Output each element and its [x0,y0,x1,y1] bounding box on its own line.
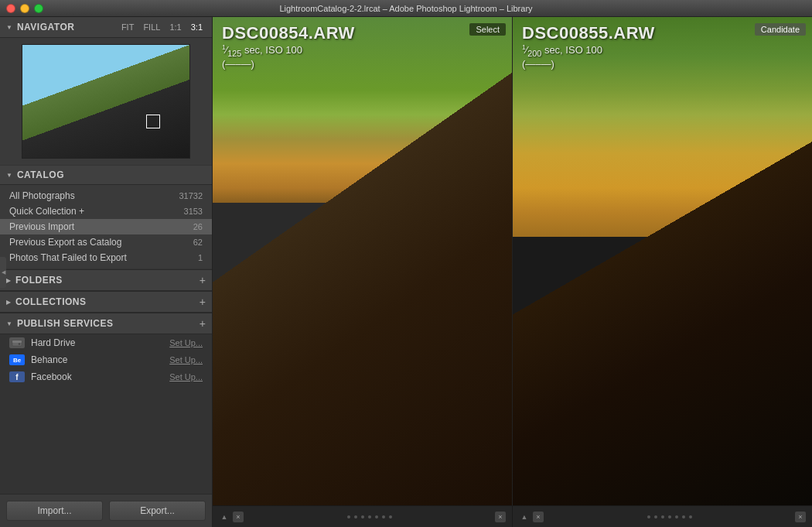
dot [382,515,385,518]
catalog-quick-collection-label: Quick Collection + [9,206,184,217]
folders-title: Folders [15,275,63,286]
right-photo-exposure: 1⁄200 sec, ISO 100 [522,43,655,58]
catalog-photos-failed-label: Photos That Failed to Export [9,252,198,263]
catalog-all-photographs[interactable]: All Photographs 31732 [0,188,212,204]
photo-comparison-area: DSC00854.ARW 1⁄125 sec, ISO 100 (—–—) Se… [213,17,812,505]
svg-point-2 [19,343,20,344]
folders-add-icon[interactable]: + [200,274,206,286]
left-filmstrip-close-btn[interactable]: × [233,512,244,522]
publish-facebook[interactable]: f Facebook Set Up... [0,368,212,385]
collections-add-icon[interactable]: + [200,296,206,308]
left-shutter-den: 125 [227,49,241,58]
hard-drive-icon [9,337,25,348]
svg-rect-1 [12,340,22,343]
left-photo-badge: Select [469,23,506,36]
right-filmstrip-expand-icon[interactable]: ▲ [519,512,530,522]
window-title: LightroomCatalog-2-2.lrcat – Adobe Photo… [279,4,532,13]
right-photo-rating: (—–—) [522,58,655,70]
navigator-zoom-controls: FIT FILL 1:1 3:1 [118,21,206,33]
right-photo-label: DSC00855.ARW 1⁄200 sec, ISO 100 (—–—) [522,23,655,70]
collections-triangle-icon: ▶ [6,299,11,306]
navigator-thumbnail-image [22,45,189,158]
navigator-panel-header[interactable]: ▼ Navigator FIT FILL 1:1 3:1 [0,17,212,38]
folders-header[interactable]: ▶ Folders + [0,269,212,291]
catalog-all-photographs-count: 31732 [179,191,203,200]
close-button[interactable] [6,4,15,13]
behance-setup-btn[interactable]: Set Up... [169,355,203,364]
behance-icon: Be [9,354,25,365]
catalog-quick-collection[interactable]: Quick Collection + 3153 [0,204,212,219]
catalog-photos-failed-export[interactable]: Photos That Failed to Export 1 [0,250,212,265]
catalog-photos-failed-count: 1 [198,253,203,262]
right-shutter-den: 200 [527,49,541,58]
filmstrip: ▲ × × ▲ × [213,505,812,527]
dot [375,515,378,518]
publish-services-triangle-icon: ▼ [6,320,12,327]
dot [347,515,350,518]
left-filmstrip-pane: ▲ × × [213,505,512,527]
facebook-label: Facebook [31,371,169,382]
dot [354,515,357,518]
left-photo-pane[interactable]: DSC00854.ARW 1⁄125 sec, ISO 100 (—–—) Se… [213,17,513,505]
catalog-previous-export-label: Previous Export as Catalog [9,237,193,248]
collections-title: Collections [15,296,87,307]
zoom-1to1-btn[interactable]: 1:1 [166,21,184,33]
navigator-focus-box [146,115,160,128]
catalog-previous-import-label: Previous Import [9,221,193,232]
facebook-setup-btn[interactable]: Set Up... [169,372,203,382]
right-photo-filename: DSC00855.ARW [522,23,655,43]
dot [654,515,657,518]
navigator-content [0,38,212,165]
zoom-3to1-btn[interactable]: 3:1 [188,21,206,33]
content-area: DSC00854.ARW 1⁄125 sec, ISO 100 (—–—) Se… [213,17,812,527]
left-iso: ISO 100 [265,44,302,56]
publish-services-add-icon[interactable]: + [200,317,206,330]
left-photo-label: DSC00854.ARW 1⁄125 sec, ISO 100 (—–—) [222,23,355,70]
right-filmstrip-right-close-btn[interactable]: × [795,512,806,522]
right-iso: ISO 100 [565,44,602,56]
catalog-panel-header[interactable]: ▼ Catalog [0,166,212,185]
left-filmstrip-expand-icon[interactable]: ▲ [219,512,230,522]
maximize-button[interactable] [34,4,43,13]
catalog-previous-export-count: 62 [193,238,203,247]
left-photo-rating: (—–—) [222,58,355,70]
right-shutter-num: 1 [522,43,526,51]
navigator-title: Navigator [17,22,75,33]
dot [682,515,685,518]
left-filmstrip-right-close-btn[interactable]: × [495,512,506,522]
sidebar-collapse-handle[interactable] [0,257,6,288]
right-photo-pane[interactable]: DSC00855.ARW 1⁄200 sec, ISO 100 (—–—) Ca… [513,17,812,505]
catalog-title: Catalog [17,169,64,180]
import-export-bar: Import... Export... [0,494,212,527]
right-photo-background [513,17,812,505]
folders-triangle-icon: ▶ [6,277,11,284]
left-photo-exposure: 1⁄125 sec, ISO 100 [222,43,355,58]
catalog-panel: ▼ Catalog All Photographs 31732 Quick Co… [0,166,212,269]
behance-label: Behance [31,354,169,365]
publish-services-header[interactable]: ▼ Publish Services + [0,313,212,334]
export-button[interactable]: Export... [109,501,206,521]
minimize-button[interactable] [20,4,29,13]
left-filmstrip-dots [244,515,495,518]
publish-hard-drive[interactable]: Hard Drive Set Up... [0,334,212,351]
catalog-previous-import[interactable]: Previous Import 26 [0,219,212,234]
catalog-triangle-icon: ▼ [6,172,12,179]
navigator-triangle-icon: ▼ [6,24,12,31]
hard-drive-setup-btn[interactable]: Set Up... [169,338,203,347]
right-filmstrip-close-btn[interactable]: × [533,512,544,522]
facebook-icon: f [9,371,25,382]
collections-header[interactable]: ▶ Collections + [0,291,212,313]
zoom-fill-btn[interactable]: FILL [140,21,163,33]
navigator-thumbnail[interactable] [22,44,190,159]
publish-services-title: Publish Services [17,318,113,329]
import-button[interactable]: Import... [6,501,103,521]
left-photo-filename: DSC00854.ARW [222,23,355,43]
catalog-previous-export-catalog[interactable]: Previous Export as Catalog 62 [0,234,212,250]
publish-behance[interactable]: Be Behance Set Up... [0,351,212,368]
hard-drive-label: Hard Drive [31,337,169,348]
dot [668,515,671,518]
dot [647,515,650,518]
navigator-panel: ▼ Navigator FIT FILL 1:1 3:1 [0,17,212,165]
dot [661,515,664,518]
zoom-fit-btn[interactable]: FIT [118,21,138,33]
